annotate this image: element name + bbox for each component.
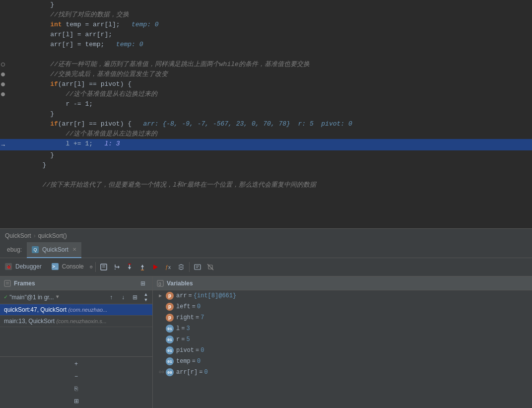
step-over-btn[interactable]	[110, 261, 123, 273]
frames-list: quickSort:47, QuickSort (com.neuzhao... …	[0, 304, 152, 356]
var-item-arr-r[interactable]: ○○ 00 arr[r] = 0	[153, 367, 532, 378]
code-text	[31, 170, 532, 180]
breadcrumb-item-2[interactable]: quickSort()	[38, 232, 67, 239]
mute-breakpoints-btn[interactable]	[204, 261, 217, 273]
var-equals-pivot: =	[196, 347, 199, 354]
var-item-arr[interactable]: ► p arr = {int[8]@661}	[153, 290, 532, 301]
frame-name-main: main:13, QuickSort (com.neuzhaoxin.s...	[4, 318, 107, 325]
code-text: }	[31, 0, 532, 10]
frames-filter-btn[interactable]: ⊞	[130, 292, 140, 303]
frames-toolbar: ✓ "main"@1 in gr... ▼ ↑ ↓ ⊞ ▲ ▼	[0, 290, 152, 304]
frame-name-quicksort: quickSort:47, QuickSort (com.neuzhao...	[4, 306, 107, 313]
code-text: //这个基准值是从左边换过来的	[31, 129, 532, 139]
var-value-right: 7	[200, 314, 204, 321]
tab-ebug[interactable]: ebug:	[2, 242, 27, 258]
var-item-left[interactable]: p left = 0	[153, 301, 532, 312]
var-name-temp: temp	[176, 358, 191, 365]
frames-scroll-down-btn[interactable]: ▼	[140, 297, 151, 302]
line-number-highlighted	[6, 139, 31, 150]
var-item-r[interactable]: 01 r = 5	[153, 334, 532, 345]
var-value-temp: 0	[197, 358, 200, 365]
line-number	[6, 180, 31, 190]
thread-name-label: "main"@1 in gr...	[9, 294, 54, 301]
left-gutter	[0, 180, 6, 190]
var-equals-r: =	[181, 336, 185, 343]
svg-marker-3	[118, 266, 120, 269]
tab-quicksort[interactable]: Q QuickSort ✕	[27, 242, 81, 258]
step-into-btn[interactable]	[123, 261, 136, 273]
code-text: //交换完成后，基准值的位置发生了改变	[31, 69, 532, 79]
code-editor: } //找到了对应的数据，交换 int temp = arr[l]; temp:…	[0, 0, 532, 228]
thread-item[interactable]: ✓ "main"@1 in gr... ▼	[2, 292, 105, 302]
trace-over-btn[interactable]	[175, 261, 188, 273]
line-number	[6, 69, 31, 79]
frames-copy-btn[interactable]: ⎘	[71, 383, 82, 394]
add-tab-btn[interactable]: ⊕	[90, 264, 93, 270]
var-item-pivot[interactable]: 01 pivot = 0	[153, 345, 532, 356]
debugger-panel: ebug: Q QuickSort ✕ 🐞 Debugger >_ Consol…	[0, 242, 532, 408]
svg-marker-6	[128, 267, 131, 270]
frames-scroll-up-btn[interactable]: ▲	[140, 292, 151, 297]
frames-header: Frames ⊞	[0, 276, 152, 290]
var-value-r: 5	[186, 336, 190, 343]
var-name-arr: arr	[176, 292, 187, 299]
var-item-l[interactable]: 01 l = 3	[153, 323, 532, 334]
left-gutter	[0, 89, 6, 99]
line-number	[6, 10, 31, 20]
code-text: //找到了对应的数据，交换	[31, 10, 532, 20]
var-badge-l: 01	[166, 325, 174, 333]
evaluate-expression-btn[interactable]: ƒx	[162, 261, 175, 273]
show-execution-point-btn[interactable]	[97, 261, 110, 273]
line-number	[6, 20, 31, 30]
code-line: //还有一种可能，遍历到了基准值，同样满足跳出上面两个while的条件，基准值也…	[0, 60, 532, 69]
var-value-left: 0	[197, 303, 200, 310]
expand-frames-btn[interactable]: ⊞	[137, 278, 148, 289]
tab-debugger[interactable]: 🐞 Debugger	[0, 258, 47, 276]
var-equals-arr: =	[189, 292, 192, 299]
tab-quicksort-label: QuickSort	[42, 246, 68, 253]
frames-down-btn[interactable]: ↓	[118, 292, 129, 303]
code-line: if(arr[l] == pivot) {	[0, 79, 532, 89]
edge-marker	[1, 92, 5, 96]
var-badge-left: p	[166, 303, 174, 311]
line-number	[6, 0, 31, 10]
frames-up-btn[interactable]: ↑	[106, 292, 117, 303]
var-value-arr: {int[8]@661}	[194, 292, 236, 299]
step-out-btn[interactable]	[136, 261, 149, 273]
frames-scroll-controls: ▲ ▼	[141, 292, 150, 302]
code-line: }	[0, 0, 532, 10]
svg-text:{}: {}	[158, 281, 161, 286]
code-line: }	[0, 109, 532, 119]
svg-marker-11	[153, 265, 158, 270]
left-gutter	[0, 109, 6, 119]
code-line: }	[0, 160, 532, 170]
var-item-right[interactable]: p right = 7	[153, 312, 532, 323]
edge-marker	[1, 72, 5, 76]
breadcrumb-item-1[interactable]: QuickSort	[5, 232, 31, 239]
frames-panel: Frames ⊞ ✓ "main"@1 in gr... ▼ ↑ ↓ ⊞	[0, 276, 153, 408]
var-item-temp[interactable]: 01 temp = 0	[153, 356, 532, 367]
file-icon: Q	[32, 246, 39, 253]
code-text-highlighted: l += 1; l: 3	[31, 139, 532, 150]
debugger-tab-label: Debugger	[15, 263, 42, 270]
frames-gear-btn[interactable]: ⊞	[71, 396, 82, 407]
code-text: }	[31, 160, 532, 170]
frames-minus-btn[interactable]: −	[71, 371, 82, 382]
frame-item-quicksort[interactable]: quickSort:47, QuickSort (com.neuzhao...	[0, 304, 152, 316]
line-number	[6, 160, 31, 170]
tab-console[interactable]: >_ Console	[47, 258, 89, 276]
console-icon: >_	[52, 263, 59, 270]
var-equals-arr-r: =	[199, 369, 202, 376]
var-equals-temp: =	[192, 358, 196, 365]
variables-header-icon: {}	[157, 280, 164, 287]
variables-list: ► p arr = {int[8]@661} p left = 0	[153, 290, 532, 408]
tab-close-button[interactable]: ✕	[72, 247, 76, 252]
left-gutter	[0, 60, 6, 69]
left-gutter	[0, 119, 6, 129]
edge-marker	[1, 82, 5, 86]
frames-add-btn[interactable]: +	[71, 358, 82, 369]
frame-item-main[interactable]: main:13, QuickSort (com.neuzhaoxin.s...	[0, 316, 152, 327]
run-to-cursor-btn[interactable]	[149, 261, 162, 273]
var-equals-left: =	[192, 303, 196, 310]
view-breakpoints-btn[interactable]	[191, 261, 204, 273]
